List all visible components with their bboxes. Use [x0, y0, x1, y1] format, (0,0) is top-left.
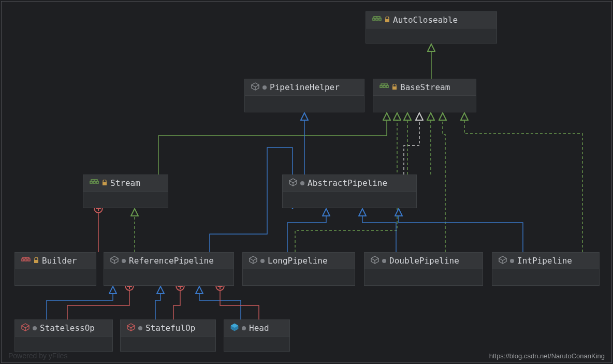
- node-basestream[interactable]: BaseStream: [373, 79, 476, 112]
- node-autocloseable[interactable]: AutoCloseable: [366, 11, 497, 43]
- class-icon: [289, 178, 297, 188]
- svg-rect-14: [25, 259, 27, 261]
- watermark-url: https://blog.csdn.net/NarutoConanKing: [489, 352, 605, 360]
- lock-icon: [385, 15, 390, 25]
- svg-rect-1: [373, 18, 375, 20]
- svg-rect-13: [22, 259, 24, 261]
- visibility-dot-icon: [510, 259, 514, 263]
- class-icon: [127, 323, 135, 333]
- visibility-dot-icon: [138, 326, 142, 330]
- visibility-dot-icon: [260, 259, 265, 263]
- node-intpipeline[interactable]: IntPipeline: [492, 252, 600, 286]
- node-label: Stream: [110, 178, 140, 188]
- class-icon: [499, 256, 507, 266]
- interface-icon: [372, 15, 382, 25]
- svg-rect-12: [103, 182, 107, 185]
- node-label: PipelineHelper: [270, 82, 340, 92]
- node-statelessop[interactable]: StatelessOp: [14, 319, 113, 352]
- class-icon: [21, 323, 30, 333]
- node-longpipeline[interactable]: LongPipeline: [242, 252, 355, 286]
- node-label: StatefulOp: [145, 323, 195, 333]
- node-label: DoublePipeline: [389, 256, 459, 266]
- svg-rect-9: [90, 181, 92, 183]
- interface-icon: [90, 178, 99, 188]
- svg-rect-15: [28, 259, 30, 261]
- svg-rect-16: [34, 260, 38, 263]
- node-statefulop[interactable]: StatefulOp: [120, 319, 216, 352]
- lock-icon: [34, 256, 39, 266]
- interface-icon: [380, 82, 389, 92]
- node-label: AbstractPipeline: [308, 178, 387, 188]
- class-icon: [371, 256, 379, 266]
- node-label: BaseStream: [400, 82, 450, 92]
- node-label: IntPipeline: [517, 256, 572, 266]
- node-label: ReferencePipeline: [129, 256, 214, 266]
- visibility-dot-icon: [262, 85, 267, 90]
- visibility-dot-icon: [242, 326, 246, 330]
- class-icon: [251, 82, 259, 93]
- node-pipelinehelper[interactable]: PipelineHelper: [244, 79, 364, 112]
- svg-rect-4: [385, 19, 389, 22]
- visibility-dot-icon: [122, 259, 126, 263]
- watermark-yfiles: Powered by yFiles: [8, 352, 67, 360]
- svg-rect-6: [383, 85, 385, 88]
- svg-rect-8: [392, 86, 397, 90]
- class-icon: [110, 256, 119, 266]
- node-label: StatelessOp: [40, 323, 95, 333]
- interface-icon: [21, 256, 31, 266]
- visibility-dot-icon: [382, 259, 386, 263]
- svg-rect-7: [386, 85, 388, 88]
- lock-icon: [392, 82, 397, 92]
- svg-rect-11: [96, 181, 98, 183]
- lock-icon: [102, 178, 107, 188]
- svg-rect-10: [93, 181, 95, 183]
- svg-rect-5: [380, 85, 382, 88]
- class-icon: [249, 256, 257, 266]
- visibility-dot-icon: [33, 326, 37, 330]
- node-label: Head: [249, 323, 269, 333]
- node-label: LongPipeline: [268, 256, 328, 266]
- svg-rect-2: [376, 18, 378, 20]
- node-abstractpipeline[interactable]: AbstractPipeline: [282, 174, 417, 208]
- class-icon: [230, 323, 239, 333]
- node-referencepipeline[interactable]: ReferencePipeline: [104, 252, 234, 286]
- node-label: Builder: [42, 256, 77, 266]
- node-label: AutoCloseable: [393, 15, 458, 25]
- node-stream[interactable]: Stream: [83, 174, 168, 208]
- node-head[interactable]: Head: [224, 319, 290, 352]
- svg-rect-3: [379, 18, 381, 20]
- node-builder[interactable]: Builder: [14, 252, 96, 286]
- visibility-dot-icon: [300, 181, 304, 185]
- node-doublepipeline[interactable]: DoublePipeline: [364, 252, 483, 286]
